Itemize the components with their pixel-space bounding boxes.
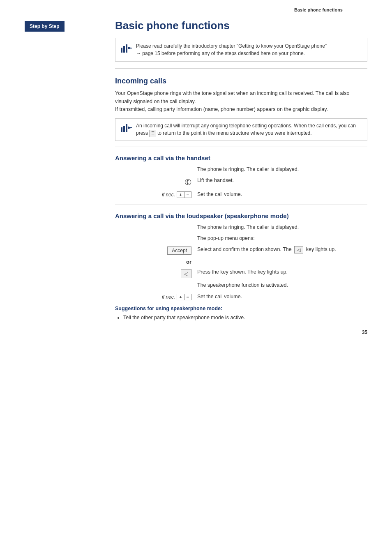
svg-rect-5 [121,127,122,132]
or-label: or [186,259,191,265]
header-title: Basic phone functions [294,7,343,12]
page-title: Basic phone functions [115,19,367,32]
handset-lift-icon: ✆ [182,177,194,189]
plus-btn[interactable]: + [177,192,184,198]
if-nec-left: if nec. + − [115,191,197,198]
answer-handset-title: Answering a call via the handset [115,154,367,161]
incoming-calls-title: Incoming calls [115,77,367,85]
info-icon [120,42,132,54]
svg-rect-1 [123,46,125,53]
loudspeaker-volume-row: if nec. + − Set the call volume. [115,293,367,301]
handset-step-1-left [115,166,197,166]
minus-btn[interactable]: − [184,192,191,198]
if-nec-box: if nec. + − [162,191,191,198]
speaker-key-icon: ◁ [294,246,303,253]
content-area: Basic phone functions Please read carefu… [107,19,367,322]
if-nec-label: if nec. [162,192,175,198]
divider-2 [115,147,367,147]
loudspeaker-step-1-left [115,223,197,224]
loudspeaker-step-1-text: The phone is ringing. The caller is disp… [197,223,367,231]
handset-icon-container: ✆ [115,177,197,187]
speaker-key-left: ◁ [115,268,197,278]
incoming-call-note-text: An incoming call will interrupt any ongo… [136,122,362,137]
incoming-calls-body: Your OpenStage phone rings with the tone… [115,90,367,113]
speakerphone-activated-row: The speakerphone function is activated. [115,281,367,289]
speakerphone-activated-text: The speakerphone function is activated. [197,281,367,289]
page-number: 35 [0,322,392,339]
incoming-call-note-box: An incoming call will interrupt any ongo… [115,118,367,141]
loudspeaker-step-2-text: The pop-up menu opens: [197,235,367,242]
loudspeaker-volume-left: if nec. + − [115,293,197,300]
handset-step-1-row: The phone is ringing. The caller is disp… [115,166,367,173]
if-nec-box-2: if nec. + − [162,294,191,300]
minus-btn-2[interactable]: − [184,294,191,300]
svg-rect-6 [123,126,125,132]
suggestions-list: Tell the other party that speakerphone m… [115,314,367,322]
svg-rect-4 [128,48,132,48]
step-by-step-label: Step by Step [25,21,65,32]
loudspeaker-step-3-text: Select and confirm the option shown. The… [197,246,367,253]
info-icon-2 [120,122,132,134]
intro-note-box: Please read carefully the introductory c… [115,38,367,62]
left-sidebar: Step by Step [25,19,107,322]
handset-step-3-row: if nec. + − Set the call volume. [115,191,367,198]
handset-step-2-row: ✆ Lift the handset. [115,177,367,187]
menu-key-icon: ☰ [150,130,156,137]
accept-button-left: Accept [115,246,197,255]
divider-3 [115,205,367,205]
speakerphone-activated-left [115,281,197,282]
page-header: Basic phone functions [25,0,367,15]
suggestions-title: Suggestions for using speakerphone mode: [115,306,367,311]
or-label-container: or [115,258,197,265]
loudspeaker-volume-text: Set the call volume. [197,293,367,301]
svg-rect-0 [121,48,122,53]
handset-step-2-text: Lift the handset. [197,177,367,184]
suggestions-item-1: Tell the other party that speakerphone m… [123,314,367,322]
speaker-key-icon-2: ◁ [181,269,191,278]
svg-rect-7 [126,124,127,132]
accept-button[interactable]: Accept [167,246,191,255]
plus-minus-control[interactable]: + − [177,191,191,198]
svg-rect-2 [126,44,127,53]
loudspeaker-step-1-row: The phone is ringing. The caller is disp… [115,223,367,231]
intro-note-text: Please read carefully the introductory c… [136,42,327,57]
loudspeaker-step-2-row: The pop-up menu opens: [115,235,367,242]
svg-rect-9 [128,127,132,128]
divider-1 [115,68,367,69]
handset-step-3-text: Set the call volume. [197,191,367,198]
plus-minus-control-2[interactable]: + − [177,294,191,300]
plus-btn-2[interactable]: + [177,294,184,300]
loudspeaker-step-2-left [115,235,197,235]
loudspeaker-step-3-row: Accept Select and confirm the option sho… [115,246,367,255]
press-key-row: ◁ Press the key shown. The key lights up… [115,268,367,278]
handset-step-1-text: The phone is ringing. The caller is disp… [197,166,367,173]
press-key-text: Press the key shown. The key lights up. [197,268,367,276]
if-nec-label-2: if nec. [162,294,175,300]
or-row: or [115,258,367,265]
answer-loudspeaker-title: Answering a call via the loudspeaker (sp… [115,212,367,219]
